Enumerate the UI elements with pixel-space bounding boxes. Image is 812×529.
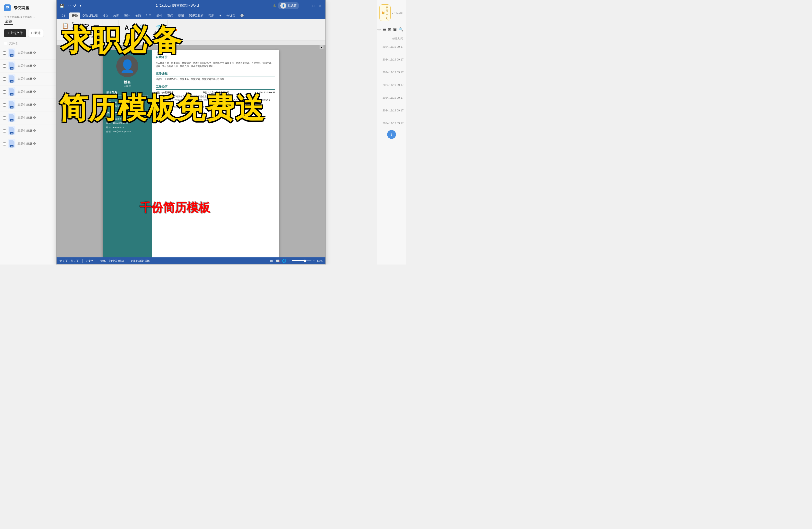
tab-insert[interactable]: 插入	[100, 13, 111, 19]
self-eval-text: 本人性格开朗，做事细心，情绪稳定，熟悉外贸出口流程，能熟练使用 B2B 平台，熟…	[156, 61, 275, 68]
ribbon-group-clipboard: 📋 粘贴 ✂ ⎘ 🖌 剪贴板	[59, 20, 78, 39]
minimize-button[interactable]: ─	[304, 3, 309, 8]
find-button[interactable]: 🔍	[137, 24, 147, 31]
self-eval-section: 自我评价 本人性格开朗，做事细心，情绪稳定，熟悉外贸出口流程，能熟练使用 B2B…	[156, 55, 275, 68]
member-center-button[interactable]: 👑 会员中心	[379, 4, 391, 21]
member-label: 会员中心	[386, 5, 388, 20]
file-checkbox[interactable]	[3, 116, 6, 119]
cut-button[interactable]: ✂	[71, 21, 76, 25]
file-name: 应届生简历-全	[17, 129, 56, 133]
job-bullet-1: 通过阿里巴巴国际站发布产品信息并优化产品信息；	[156, 95, 275, 98]
file-checkbox[interactable]	[3, 77, 6, 81]
paragraph-button[interactable]: ≡	[107, 24, 116, 31]
user-profile[interactable]: 👤 易锦蔡	[278, 2, 299, 9]
style-button[interactable]: A	[122, 24, 131, 32]
zoom-minus[interactable]: −	[289, 259, 290, 262]
zoom-slider[interactable]	[292, 260, 311, 261]
preview-icon[interactable]: ▣	[393, 26, 397, 33]
tab-layout[interactable]: 布局	[132, 13, 143, 19]
list-item[interactable]: W 应届生简历-全	[0, 72, 59, 85]
sidebar-tab-all[interactable]: 全部	[4, 19, 13, 25]
tab-references[interactable]: 引用	[143, 13, 154, 19]
file-checkbox[interactable]	[3, 52, 6, 55]
file-name: 应届生简历-全	[17, 51, 56, 55]
tab-review[interactable]: 审阅	[165, 13, 176, 19]
list-item[interactable]: W 应届生简历-全	[0, 125, 59, 138]
tab-design[interactable]: 设计	[122, 13, 132, 19]
sidebar-tabs: 全部	[0, 19, 59, 27]
paragraph-icon: ≡	[110, 25, 113, 30]
select-all-checkbox[interactable]	[4, 42, 7, 45]
grid-view-icon[interactable]: ⊞	[388, 26, 391, 33]
align-icon[interactable]: ⇔	[377, 26, 380, 33]
save-icon[interactable]: 💾	[59, 3, 64, 8]
file-list-header: 文件名	[0, 40, 59, 46]
file-checkbox[interactable]	[3, 142, 6, 145]
font-button[interactable]: 字	[81, 23, 91, 32]
file-name: 应届生简历-全	[17, 116, 56, 120]
redo-button[interactable]: ↺	[73, 4, 76, 8]
upload-button[interactable]: + 上传文件	[4, 29, 26, 37]
format-painter-button[interactable]: 🖌	[71, 31, 76, 35]
scroll-up-button[interactable]: ▲	[320, 45, 323, 49]
file-col-label: 文件名	[9, 41, 18, 45]
tab-help[interactable]: 帮助	[206, 13, 217, 19]
word-document-title: 1 (1).docx [兼容模式] - Word	[84, 3, 271, 8]
tab-file[interactable]: 文件	[59, 13, 69, 19]
list-item[interactable]: W 应届生简历-全	[0, 98, 59, 112]
undo-button[interactable]: ↩	[68, 4, 71, 8]
tab-officeplus[interactable]: OfficePLUS	[80, 13, 100, 19]
tab-home[interactable]: 开始	[69, 13, 80, 19]
tab-mailings[interactable]: 邮件	[154, 13, 165, 19]
self-eval-title: 自我评价	[156, 55, 275, 60]
list-item[interactable]: W 应届生简历-全	[0, 138, 59, 151]
edu-title: 主修课程	[156, 72, 275, 76]
new-button[interactable]: □ 新建	[28, 29, 44, 37]
close-button[interactable]: ✕	[318, 3, 322, 8]
file-checkbox[interactable]	[3, 65, 6, 68]
file-name: 应届生简历-全	[17, 142, 56, 146]
paste-button[interactable]: 📋 粘贴	[60, 22, 70, 33]
file-checkbox[interactable]	[3, 103, 6, 106]
layout-icon-web[interactable]: 🌐	[282, 259, 286, 263]
misc-button[interactable]: ●	[172, 26, 180, 33]
resume-info-title: 基本信息	[106, 91, 148, 96]
list-item[interactable]: W 应届生简历-全	[0, 59, 59, 72]
template-buttons: 👕 全面模版	[153, 20, 165, 39]
list-item[interactable]: W 应届生简历-全	[0, 46, 59, 59]
file-checkbox[interactable]	[3, 90, 6, 94]
contact-title: 联系方式	[106, 112, 148, 116]
style-buttons: A	[122, 20, 131, 35]
tab-star[interactable]: ✦	[217, 13, 224, 19]
zoom-plus[interactable]: +	[313, 259, 315, 262]
copy-button[interactable]: ⎘	[71, 26, 76, 30]
search-icon[interactable]: 🔍	[398, 26, 404, 33]
tab-view[interactable]: 视图	[176, 13, 186, 19]
file-checkbox[interactable]	[3, 129, 6, 132]
list-view-icon[interactable]: ☰	[382, 26, 386, 33]
contact-wechat: 微信：xiomao123...	[106, 126, 148, 129]
layout-icon-page[interactable]: ⊞	[270, 259, 273, 263]
list-item[interactable]: W 应届生简历-全	[0, 112, 59, 125]
modify-header: 修改时间	[377, 35, 406, 42]
paragraph-buttons: ≡	[107, 20, 116, 35]
file-icon: W	[8, 139, 15, 148]
download-button[interactable]: ↓	[387, 130, 396, 139]
file-list: W 应届生简历-全 W 应届生简历-全 W 应届生简历-全 W	[0, 46, 59, 264]
accessibility-info: ↻辅助功能: 调查	[131, 259, 150, 263]
resume-content: 👤 姓名 应届生 基本信息 民族：汉族 学历：本科 籍贯：上海浦东 联系方式 现…	[103, 50, 279, 257]
tab-comment[interactable]: 💬	[238, 13, 246, 19]
font-size-button[interactable]: 字	[92, 24, 101, 32]
tab-draw[interactable]: 绘图	[111, 13, 122, 19]
modify-time: 2024/11/19 09:17	[379, 96, 404, 99]
ribbon-group-paragraph: ≡ 段落	[104, 20, 118, 39]
template-button[interactable]: 👕 全面模版	[153, 24, 165, 35]
sidebar-header: 夸 夸克网盘	[0, 0, 59, 14]
maximize-button[interactable]: □	[311, 3, 316, 8]
list-item[interactable]: W 应届生简历-全	[0, 85, 59, 98]
modify-times-list: 2024/11/19 09:17 2024/11/19 09:17 2024/1…	[377, 42, 406, 128]
job-title: 岗位：外贸跟单员	[156, 91, 173, 94]
tab-tell-me[interactable]: 告诉我	[224, 13, 238, 19]
layout-icon-read[interactable]: 📖	[275, 259, 280, 263]
tab-pdf[interactable]: PDF工具箱	[186, 13, 206, 19]
